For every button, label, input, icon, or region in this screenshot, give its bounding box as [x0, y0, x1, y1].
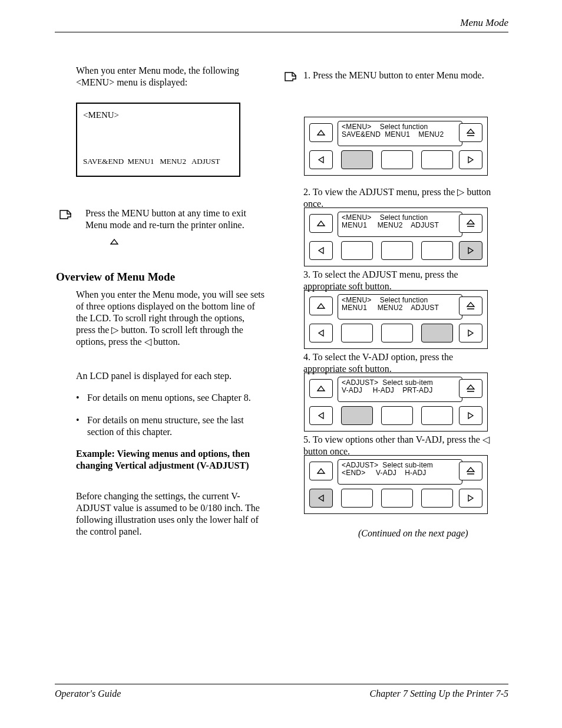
menu-right-button[interactable]	[459, 150, 482, 169]
bullet-1: For details on menu options, see Chapter…	[87, 392, 264, 404]
overview-heading: Overview of Menu Mode	[56, 270, 175, 284]
soft-button-3[interactable]	[421, 406, 453, 425]
eject-button[interactable]	[459, 297, 482, 315]
eject-button[interactable]	[459, 214, 482, 233]
eject-button[interactable]	[459, 462, 482, 480]
menu-up-button[interactable]	[309, 123, 333, 142]
overview-p2: An LCD panel is displayed for each step.	[76, 370, 265, 382]
note-text: Press the MENU button at any time to exi…	[85, 207, 262, 231]
soft-button-2[interactable]	[381, 241, 413, 260]
menu-left-button[interactable]	[309, 406, 333, 425]
overview-p1: When you enter the Menu mode, you will s…	[76, 289, 265, 348]
menu-left-button[interactable]	[309, 324, 333, 342]
header-title: Menu Mode	[460, 17, 508, 29]
intro-text: When you enter Menu mode, the following …	[76, 65, 259, 88]
soft-button-1[interactable]	[341, 406, 373, 425]
continued-text: (Continued on the next page)	[358, 528, 468, 539]
lcd-panel-3: <MENU> Select function MENU1 MENU2 ADJUS…	[304, 290, 488, 349]
menu-box-line1: <MENU>	[83, 110, 119, 121]
soft-button-1[interactable]	[341, 489, 373, 508]
lcd-display: <ADJUST> Select sub-item <END> V-ADJ H-A…	[338, 459, 462, 485]
soft-button-3[interactable]	[421, 324, 453, 342]
soft-button-3[interactable]	[421, 489, 453, 508]
lcd-panel-4: <ADJUST> Select sub-item V-ADJ H-ADJ PRT…	[304, 373, 488, 431]
open-up-triangle-icon	[110, 238, 119, 245]
lcd-display: <MENU> Select function MENU1 MENU2 ADJUS…	[338, 212, 462, 237]
header-rule	[55, 32, 508, 32]
menu-display-box: <MENU> SAVE&END MENU1 MENU2 ADJUST	[76, 103, 240, 177]
lcd-panel-2: <MENU> Select function MENU1 MENU2 ADJUS…	[304, 207, 488, 266]
pointing-hand-icon	[284, 71, 298, 83]
lcd-panel-1: <MENU> Select function SAVE&END MENU1 ME…	[304, 117, 488, 176]
menu-up-button[interactable]	[309, 297, 333, 315]
step-5: 5. To view options other than V-ADJ, pre…	[303, 434, 498, 457]
menu-right-button[interactable]	[459, 406, 482, 425]
example-heading: Example: Viewing menus and options, then…	[76, 448, 265, 472]
example-para: Before changing the settings, the curren…	[76, 490, 265, 538]
menu-left-button[interactable]	[309, 150, 333, 169]
menu-box-line2: SAVE&END MENU1 MENU2 ADJUST	[83, 157, 220, 166]
lcd-panel-5: <ADJUST> Select sub-item <END> V-ADJ H-A…	[304, 455, 488, 514]
step-1: 1. Press the MENU button to enter Menu m…	[303, 70, 498, 81]
menu-right-button[interactable]	[459, 489, 482, 508]
bullet-dot-2: •	[76, 414, 80, 426]
menu-up-button[interactable]	[309, 214, 333, 233]
pointing-hand-icon	[59, 209, 73, 220]
soft-button-2[interactable]	[381, 406, 413, 425]
lcd-display: <MENU> Select function SAVE&END MENU1 ME…	[338, 121, 462, 146]
menu-right-button[interactable]	[459, 241, 482, 260]
soft-button-1[interactable]	[341, 324, 373, 342]
soft-button-1[interactable]	[341, 150, 373, 169]
soft-button-2[interactable]	[381, 324, 413, 342]
soft-button-2[interactable]	[381, 489, 413, 508]
soft-button-3[interactable]	[421, 241, 453, 260]
menu-right-button[interactable]	[459, 324, 482, 342]
footer-left: Operator's Guide	[55, 688, 121, 700]
lcd-display: <MENU> Select function MENU1 MENU2 ADJUS…	[338, 294, 462, 319]
soft-button-2[interactable]	[381, 150, 413, 169]
bullet-dot-1: •	[76, 392, 80, 404]
lcd-display: <ADJUST> Select sub-item V-ADJ H-ADJ PRT…	[338, 377, 462, 402]
bullet-2: For details on menu structure, see the l…	[87, 414, 264, 438]
menu-left-button[interactable]	[309, 489, 333, 508]
step-3: 3. To select the ADJUST menu, press the …	[303, 269, 498, 292]
menu-up-button[interactable]	[309, 462, 333, 480]
eject-button[interactable]	[459, 123, 482, 142]
footer-right: Chapter 7 Setting Up the Printer 7-5	[369, 688, 508, 700]
menu-up-button[interactable]	[309, 379, 333, 398]
step-2: 2. To view the ADJUST menu, press the ▷ …	[303, 186, 498, 210]
footer-rule	[55, 684, 508, 684]
step-4: 4. To select the V-ADJ option, press the…	[303, 351, 498, 375]
soft-button-1[interactable]	[341, 241, 373, 260]
menu-left-button[interactable]	[309, 241, 333, 260]
eject-button[interactable]	[459, 379, 482, 398]
soft-button-3[interactable]	[421, 150, 453, 169]
